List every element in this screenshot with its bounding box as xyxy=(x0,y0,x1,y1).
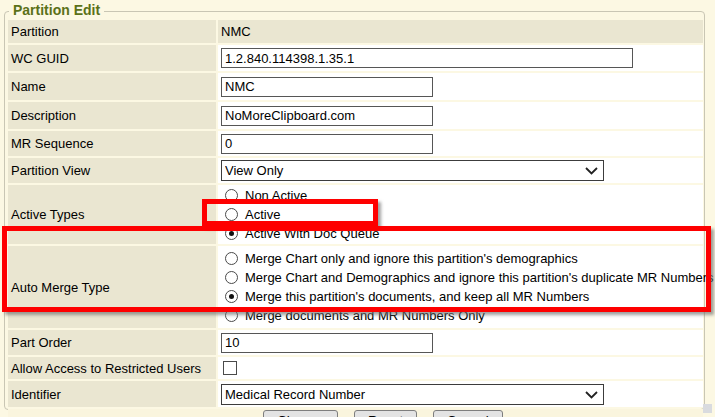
merge-chart-only-radio[interactable] xyxy=(225,252,238,265)
description-label: Description xyxy=(8,102,216,129)
table-row: MR Sequence xyxy=(8,131,703,156)
description-input[interactable] xyxy=(221,106,433,126)
mr-sequence-input[interactable] xyxy=(221,134,433,154)
active-types-label: Active Types xyxy=(8,185,216,244)
active-radio-label: Active xyxy=(245,207,280,222)
page-title: Partition Edit xyxy=(9,2,104,18)
scroll-corner xyxy=(703,404,712,413)
merge-chart-and-demographics-radio[interactable] xyxy=(225,271,238,284)
partition-view-label: Partition View xyxy=(8,158,216,183)
allow-access-label: Allow Access to Restricted Users xyxy=(8,357,216,379)
merge-partition-documents-radio[interactable] xyxy=(225,290,238,303)
reset-button[interactable]: Reset xyxy=(354,410,417,417)
table-row: Part Order xyxy=(8,330,703,355)
identifier-label: Identifier xyxy=(8,381,216,407)
active-with-doc-queue-radio[interactable] xyxy=(225,227,238,240)
partition-label: Partition xyxy=(8,20,216,43)
partition-value: NMC xyxy=(218,20,703,43)
table-row: Allow Access to Restricted Users xyxy=(8,357,703,379)
merge-documents-and-mr-numbers-radio[interactable] xyxy=(225,309,238,322)
allow-access-checkbox[interactable] xyxy=(223,361,237,375)
table-row: WC GUID xyxy=(8,45,703,71)
merge-chart-and-demographics-radio-label: Merge Chart and Demographics and ignore … xyxy=(245,270,714,285)
auto-merge-type-label: Auto Merge Type xyxy=(8,246,216,328)
partition-edit-form: Partition NMC WC GUID Name Description M… xyxy=(6,18,705,417)
partition-edit-screen: Partition Edit Partition NMC WC GUID Nam… xyxy=(0,0,715,417)
wc-guid-label: WC GUID xyxy=(8,45,216,71)
partition-view-select[interactable]: View Only xyxy=(221,160,604,181)
wc-guid-input[interactable] xyxy=(221,48,633,68)
table-row: Description xyxy=(8,102,703,129)
cancel-button[interactable]: Cancel xyxy=(433,410,503,417)
mr-sequence-label: MR Sequence xyxy=(8,131,216,156)
table-row: Active Types Non Active Active Active Wi… xyxy=(8,185,703,244)
table-row: Identifier Medical Record Number xyxy=(8,381,703,407)
part-order-label: Part Order xyxy=(8,330,216,355)
part-order-input[interactable] xyxy=(221,333,433,353)
merge-partition-documents-radio-label: Merge this partition's documents, and ke… xyxy=(245,289,589,304)
merge-documents-and-mr-numbers-radio-label: Merge documents and MR Numbers Only xyxy=(245,308,485,323)
table-row: Partition NMC xyxy=(8,20,703,43)
active-with-doc-queue-radio-label: Active With Doc Queue xyxy=(245,226,379,241)
identifier-select[interactable]: Medical Record Number xyxy=(221,384,604,405)
name-input[interactable] xyxy=(221,77,433,97)
name-label: Name xyxy=(8,73,216,100)
non-active-radio-label: Non Active xyxy=(245,188,307,203)
merge-chart-only-radio-label: Merge Chart only and ignore this partiti… xyxy=(245,251,578,266)
table-row: Change Reset Cancel xyxy=(8,409,703,417)
active-radio[interactable] xyxy=(225,208,238,221)
non-active-radio[interactable] xyxy=(225,189,238,202)
table-row: Auto Merge Type Merge Chart only and ign… xyxy=(8,246,703,328)
change-button[interactable]: Change xyxy=(263,410,338,417)
table-row: Name xyxy=(8,73,703,100)
table-row: Partition View View Only xyxy=(8,158,703,183)
